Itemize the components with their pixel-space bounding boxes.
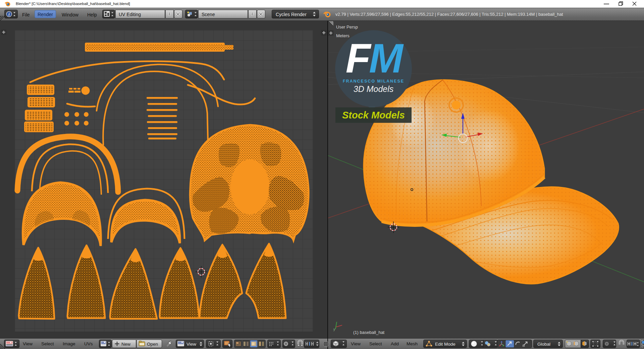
svg-text:y: y <box>333 328 335 331</box>
